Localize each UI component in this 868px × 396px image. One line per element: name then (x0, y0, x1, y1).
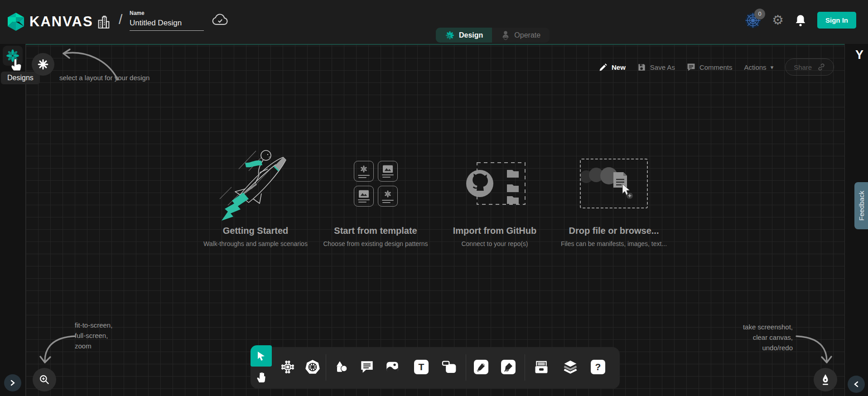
template-thumb-image (354, 186, 374, 207)
share-link-icon (817, 63, 825, 71)
settings-gear-icon[interactable]: ⚙ (772, 14, 784, 27)
getting-started-card[interactable]: Getting Started Walk-throughs and sample… (201, 145, 310, 247)
card-title: Drop file or browse... (559, 226, 668, 236)
import-from-github-card[interactable]: Import from GitHub Connect to your repo(… (440, 145, 549, 247)
card-title: Start from template (321, 226, 430, 236)
cursor-arrow-icon (256, 351, 267, 362)
dock-divider (525, 354, 525, 381)
sign-in-button[interactable]: Sign In (817, 12, 856, 29)
feedback-tab[interactable]: Feedback (854, 182, 868, 229)
card-title: Import from GitHub (440, 226, 549, 236)
breadcrumb-slash: / (119, 12, 122, 27)
pen-path-tool-button[interactable] (471, 357, 491, 377)
template-grid-illustration (321, 145, 430, 222)
drawer-tool-button[interactable] (531, 357, 551, 377)
user-avatar[interactable]: 0 (745, 12, 761, 29)
template-thumb-pinwheel (378, 186, 398, 207)
tool-dock: T (251, 347, 620, 389)
pen-nib-icon (820, 374, 831, 386)
kubernetes-icon (304, 359, 321, 375)
comment-bubble-icon (360, 360, 374, 374)
kubernetes-tool-button[interactable] (303, 357, 323, 377)
card-subtitle: Walk-throughs and sample scenarios (201, 240, 310, 247)
comment-tool-button[interactable] (357, 357, 377, 377)
new-button[interactable]: New (599, 63, 626, 72)
notification-badge: 0 (754, 9, 765, 19)
layout-select-button[interactable] (32, 53, 54, 76)
cloud-saved-icon[interactable] (211, 13, 229, 26)
help-tool-button[interactable]: ? (588, 357, 608, 377)
save-floppy-icon (637, 63, 646, 72)
start-from-template-card[interactable]: Start from template Choose from existing… (321, 145, 430, 247)
organization-icon[interactable] (96, 14, 111, 30)
node-tool-button[interactable] (439, 357, 459, 377)
pen-mode-button[interactable] (814, 368, 837, 391)
sidebar-item-designs[interactable] (3, 46, 23, 66)
comments-icon (687, 63, 695, 72)
left-panel-strip (0, 44, 26, 396)
select-tool-button[interactable] (251, 345, 272, 367)
dock-divider (466, 354, 466, 381)
app-header: KANVAS / Name (0, 0, 868, 44)
node-frame-icon (442, 360, 457, 374)
kanvas-app: KANVAS / Name (0, 0, 868, 396)
chevron-left-icon (853, 381, 859, 387)
zoom-hints: fit-to-screen, full-screen, zoom (75, 320, 112, 351)
card-subtitle: Choose from existing design patterns (321, 240, 430, 247)
designs-tooltip: Designs (1, 72, 40, 84)
layers-tool-button[interactable] (560, 357, 580, 377)
dock-divider (326, 354, 326, 381)
name-field-label: Name (130, 10, 204, 16)
chevron-down-icon: ▾ (771, 64, 774, 71)
pencil-sketch-icon (501, 360, 516, 374)
layout-hint-text: select a layout for your design (59, 72, 149, 83)
card-title: Getting Started (201, 226, 310, 236)
pen-path-icon (474, 360, 488, 374)
design-name-field: Name (130, 10, 204, 31)
tab-design[interactable]: Design (436, 28, 492, 43)
notifications-bell-icon[interactable] (795, 14, 806, 27)
share-button[interactable]: Share (785, 58, 834, 76)
drop-file-illustration (559, 145, 668, 222)
text-tool-button[interactable]: T (411, 357, 431, 377)
tab-operate[interactable]: Operate (492, 28, 550, 43)
shapes-tool-button[interactable] (332, 357, 352, 377)
new-pencil-icon (599, 63, 608, 72)
save-as-button[interactable]: Save As (637, 63, 675, 72)
hand-tool-icon (256, 372, 267, 383)
tab-operate-label: Operate (514, 31, 540, 39)
shapes-icon (334, 360, 349, 374)
design-name-input[interactable] (130, 18, 204, 31)
layer5-y-logo: Y (855, 48, 863, 62)
design-actions-bar: New Save As Comments Actions ▾ Share (599, 58, 834, 76)
template-thumb-image (378, 161, 398, 182)
tab-design-label: Design (459, 31, 483, 39)
canvas-action-hints: take screenshot, clear canvas, undo/redo (701, 322, 793, 353)
magnifier-plus-icon (39, 374, 50, 386)
layers-icon (563, 360, 578, 374)
template-thumb-pinwheel (354, 161, 374, 182)
github-illustration (440, 145, 549, 222)
collapse-right-panel-button[interactable] (848, 376, 865, 393)
image-tool-button[interactable] (382, 357, 402, 377)
design-pinwheel-icon (445, 30, 455, 40)
layout-asterisk-icon (37, 58, 49, 70)
expand-left-panel-button[interactable] (4, 374, 21, 391)
zoom-button[interactable] (33, 368, 56, 391)
card-subtitle: Connect to your repo(s) (440, 240, 549, 247)
drop-file-card[interactable]: Drop file or browse... Files can be mani… (559, 145, 668, 247)
text-T-icon: T (414, 360, 429, 374)
comments-button[interactable]: Comments (687, 63, 733, 72)
feedback-label: Feedback (858, 191, 865, 221)
actions-dropdown[interactable]: Actions ▾ (744, 63, 773, 71)
help-question-icon: ? (591, 360, 605, 374)
mode-tabs: Design Operate (436, 28, 550, 43)
header-right-cluster: 0 ⚙ Sign In (745, 12, 856, 29)
components-tool-button[interactable] (278, 357, 298, 377)
sketch-tool-button[interactable] (498, 357, 518, 377)
card-subtitle: Files can be manifests, images, text... (559, 240, 668, 247)
pan-tool-button[interactable] (251, 367, 272, 388)
brand[interactable]: KANVAS (7, 12, 93, 32)
components-icon (280, 359, 295, 375)
drop-zone[interactable] (580, 159, 648, 208)
